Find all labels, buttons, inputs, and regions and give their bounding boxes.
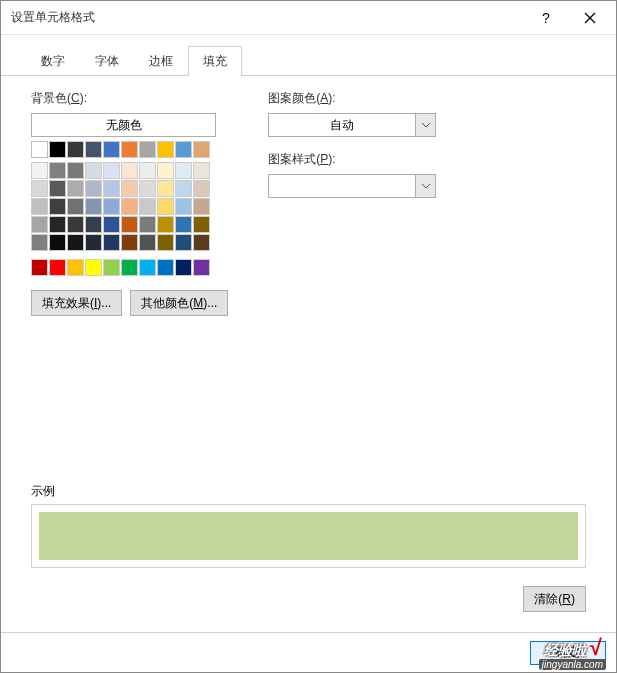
color-swatch[interactable] [139,141,156,158]
color-swatch[interactable] [67,198,84,215]
color-swatch[interactable] [139,234,156,251]
color-swatch[interactable] [67,180,84,197]
color-swatch[interactable] [157,180,174,197]
color-swatch[interactable] [139,180,156,197]
color-swatch[interactable] [175,141,192,158]
color-swatch[interactable] [139,162,156,179]
color-swatch[interactable] [85,180,102,197]
color-swatch[interactable] [103,198,120,215]
color-swatch[interactable] [121,141,138,158]
ok-button[interactable]: 确定 [530,641,606,665]
help-button[interactable]: ? [524,3,568,33]
color-swatch[interactable] [157,259,174,276]
close-button[interactable] [568,3,612,33]
color-swatch[interactable] [103,234,120,251]
color-swatch[interactable] [67,141,84,158]
color-swatch[interactable] [85,234,102,251]
color-swatch[interactable] [139,198,156,215]
color-swatch[interactable] [49,180,66,197]
pattern-section: 图案颜色(A): 自动 图案样式(P): [268,90,586,316]
color-swatch[interactable] [193,180,210,197]
color-swatch[interactable] [49,234,66,251]
color-swatch[interactable] [49,198,66,215]
tab-填充[interactable]: 填充 [188,46,242,76]
color-swatch[interactable] [103,259,120,276]
color-swatch[interactable] [103,216,120,233]
clear-button[interactable]: 清除(R) [523,586,586,612]
color-swatch[interactable] [157,216,174,233]
clear-row: 清除(R) [31,586,586,612]
color-swatch[interactable] [49,216,66,233]
color-swatch[interactable] [139,259,156,276]
color-swatch[interactable] [139,216,156,233]
color-swatch[interactable] [103,180,120,197]
color-swatch[interactable] [67,216,84,233]
dialog-footer: 确定 经验啦 √ jingyanla.com [1,632,616,672]
color-swatch[interactable] [67,259,84,276]
color-swatch[interactable] [175,198,192,215]
color-swatch[interactable] [85,141,102,158]
example-preview-box [31,504,586,568]
color-swatch[interactable] [193,216,210,233]
color-swatch[interactable] [85,216,102,233]
background-color-section: 背景色(C): 无颜色 填充效果(I)... 其他颜色(M)... [31,90,228,316]
color-swatch[interactable] [103,162,120,179]
color-swatch[interactable] [193,162,210,179]
close-icon [584,12,596,24]
color-swatch[interactable] [31,162,48,179]
fill-effects-button[interactable]: 填充效果(I)... [31,290,122,316]
color-swatch[interactable] [85,162,102,179]
example-label: 示例 [31,483,586,500]
color-swatch[interactable] [175,259,192,276]
standard-color-row [31,259,228,276]
pattern-style-select[interactable] [268,174,436,198]
color-swatch[interactable] [49,162,66,179]
color-swatch[interactable] [157,198,174,215]
dialog-title: 设置单元格格式 [11,9,524,26]
tab-数字[interactable]: 数字 [26,46,80,76]
color-swatch[interactable] [121,180,138,197]
tab-bar: 数字字体边框填充 [1,35,616,76]
more-colors-button[interactable]: 其他颜色(M)... [130,290,228,316]
help-icon: ? [542,10,550,26]
color-swatch[interactable] [157,234,174,251]
color-swatch[interactable] [175,162,192,179]
color-swatch[interactable] [175,216,192,233]
chevron-down-icon [415,175,435,197]
color-swatch[interactable] [67,162,84,179]
color-swatch[interactable] [175,234,192,251]
pattern-color-select[interactable]: 自动 [268,113,436,137]
color-swatch[interactable] [31,141,48,158]
color-swatch[interactable] [121,198,138,215]
color-swatch[interactable] [31,259,48,276]
color-swatch[interactable] [121,259,138,276]
no-color-label: 无颜色 [106,117,142,134]
color-swatch[interactable] [121,162,138,179]
color-swatch[interactable] [103,141,120,158]
color-swatch[interactable] [49,141,66,158]
pattern-style-label: 图案样式(P): [268,151,586,168]
color-swatch[interactable] [85,259,102,276]
tab-边框[interactable]: 边框 [134,46,188,76]
titlebar: 设置单元格格式 ? [1,1,616,35]
color-swatch[interactable] [175,180,192,197]
color-swatch[interactable] [121,234,138,251]
color-swatch[interactable] [31,216,48,233]
color-swatch[interactable] [157,141,174,158]
color-swatch[interactable] [121,216,138,233]
color-swatch[interactable] [31,180,48,197]
no-color-button[interactable]: 无颜色 [31,113,216,137]
color-swatch[interactable] [31,234,48,251]
color-swatch[interactable] [193,141,210,158]
color-swatch[interactable] [157,162,174,179]
tab-字体[interactable]: 字体 [80,46,134,76]
format-cells-dialog: 设置单元格格式 ? 数字字体边框填充 背景色(C): 无颜色 填充效果(I)..… [0,0,617,673]
color-swatch[interactable] [67,234,84,251]
color-swatch[interactable] [49,259,66,276]
color-swatch[interactable] [193,198,210,215]
color-swatch[interactable] [193,234,210,251]
color-swatch[interactable] [31,198,48,215]
color-swatch[interactable] [193,259,210,276]
color-swatch[interactable] [85,198,102,215]
background-color-label: 背景色(C): [31,90,228,107]
